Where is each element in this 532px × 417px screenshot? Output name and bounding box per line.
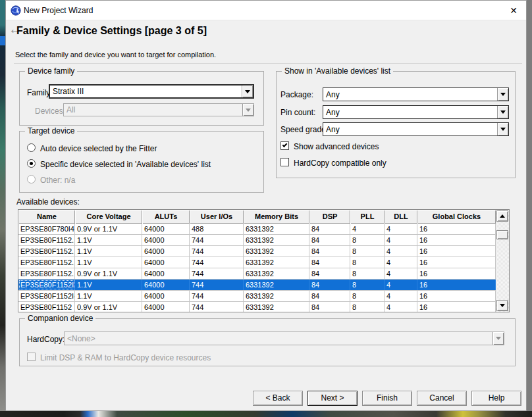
table-cell: 64000 xyxy=(142,291,190,301)
package-combo-dropdown-button[interactable] xyxy=(497,88,508,101)
table-row[interactable]: EP3SE80F11520.9V or 1.1V6400074463313928… xyxy=(18,302,496,312)
help-button[interactable]: Help xyxy=(471,391,521,406)
show-advanced-label: Show advanced devices xyxy=(294,142,379,151)
table-row[interactable]: EP3SE80F1152...1.1V640007446331392848416 xyxy=(18,257,496,268)
pin-count-combo-value: Any xyxy=(326,106,340,118)
hardcopy-combo-value: <None> xyxy=(67,332,95,345)
column-header[interactable]: Name xyxy=(18,210,75,224)
screen: New Project Wizard ✕ ← Family & Device S… xyxy=(0,0,532,417)
pin-count-combo-dropdown-button[interactable] xyxy=(497,106,508,118)
table-cell: 8 xyxy=(350,268,385,279)
show-advanced-checkbox[interactable] xyxy=(280,141,289,150)
hardcopy-only-checkbox[interactable] xyxy=(280,158,289,166)
family-combo[interactable]: Stratix III xyxy=(49,84,254,99)
column-header[interactable]: Core Voltage xyxy=(75,210,142,224)
table-cell: 4 xyxy=(385,268,417,279)
table-cell: 84 xyxy=(309,302,350,312)
chevron-down-icon xyxy=(245,90,250,93)
table-cell: 16 xyxy=(417,291,496,301)
window-title: New Project Wizard xyxy=(24,6,93,15)
table-cell: 1.1V xyxy=(75,235,142,245)
table-row[interactable]: EP3SE80F780I4L0.9V or 1.1V64000488633139… xyxy=(18,224,496,235)
table-cell: 6331392 xyxy=(244,280,309,290)
column-header[interactable]: Global Clocks xyxy=(417,210,496,224)
table-cell: EP3SE80F780I4L xyxy=(18,224,75,234)
family-combo-dropdown-button[interactable] xyxy=(242,86,253,97)
available-devices-label: Available devices: xyxy=(16,197,80,207)
table-cell: 4 xyxy=(385,224,417,234)
table-vertical-scrollbar[interactable] xyxy=(496,210,509,312)
column-header[interactable]: ALUTs xyxy=(142,210,190,224)
table-cell: 6331392 xyxy=(244,224,309,234)
table-cell: 744 xyxy=(190,280,244,290)
table-cell: 6331392 xyxy=(244,302,309,312)
scroll-down-icon xyxy=(500,304,505,307)
speed-grade-combo[interactable]: Any xyxy=(323,122,509,136)
column-header[interactable]: Memory Bits xyxy=(244,210,309,224)
package-combo-value: Any xyxy=(326,88,340,101)
speed-grade-label: Speed grade: xyxy=(280,125,328,134)
table-cell: 64000 xyxy=(142,302,190,312)
table-cell: 488 xyxy=(190,224,244,234)
speed-grade-combo-value: Any xyxy=(326,123,340,135)
scroll-thumb[interactable] xyxy=(496,230,508,239)
table-cell: 8 xyxy=(350,235,385,245)
desktop-taskbar-icon xyxy=(0,36,5,45)
table-cell: 8 xyxy=(350,257,385,268)
scroll-down-button[interactable] xyxy=(496,300,508,311)
table-row[interactable]: EP3SE80F1152...1.1V640007446331392848416 xyxy=(18,246,496,257)
table-row[interactable]: EP3SE80F1152I41.1V640007446331392848416 xyxy=(18,291,496,302)
specific-device-radio[interactable] xyxy=(27,159,36,168)
table-cell: 4 xyxy=(385,235,417,245)
pin-count-combo[interactable]: Any xyxy=(323,105,509,119)
table-cell: 744 xyxy=(190,246,244,257)
table-cell: EP3SE80F1152... xyxy=(18,257,75,268)
cancel-button[interactable]: Cancel xyxy=(417,391,467,406)
table-cell: 16 xyxy=(417,235,496,245)
column-header[interactable]: DSP xyxy=(309,210,350,224)
table-cell: 0.9V or 1.1V xyxy=(75,302,142,312)
table-cell: EP3SE80F1152... xyxy=(18,235,75,245)
titlebar[interactable]: New Project Wizard ✕ xyxy=(6,1,526,20)
table-row[interactable]: EP3SE80F1152...0.9V or 1.1V6400074463313… xyxy=(18,268,496,280)
table-row[interactable]: EP3SE80F1152...1.1V640007446331392848416 xyxy=(18,235,496,246)
table-cell: 64000 xyxy=(142,224,190,234)
table-cell: 744 xyxy=(190,291,244,301)
table-cell: 84 xyxy=(309,280,350,290)
column-header[interactable]: PLL xyxy=(350,210,385,224)
table-cell: 64000 xyxy=(142,280,190,290)
auto-device-radio[interactable] xyxy=(27,143,36,152)
finish-button[interactable]: Finish xyxy=(362,391,412,406)
table-cell: 84 xyxy=(309,224,350,234)
app-icon xyxy=(11,5,21,16)
table-cell: 16 xyxy=(417,224,496,234)
chevron-down-icon xyxy=(500,128,506,131)
radio-dot-icon xyxy=(30,162,33,165)
table-row[interactable]: EP3SE80F1152I31.1V640007446331392848416 xyxy=(18,280,496,291)
next-button[interactable]: Next > xyxy=(307,391,358,406)
show-in-legend: Show in 'Available devices' list xyxy=(282,66,393,76)
devices-combo: All xyxy=(63,103,254,116)
speed-grade-combo-dropdown-button[interactable] xyxy=(497,123,508,135)
table-cell: 16 xyxy=(417,280,496,290)
table-cell: 6331392 xyxy=(244,291,309,301)
table-cell: EP3SE80F1152I4 xyxy=(18,291,75,301)
table-cell: 84 xyxy=(309,246,350,257)
desktop-left-strip xyxy=(0,0,5,417)
table-cell: 16 xyxy=(417,246,496,257)
scroll-up-button[interactable] xyxy=(496,210,508,222)
table-header-row: NameCore VoltageALUTsUser I/OsMemory Bit… xyxy=(18,210,496,224)
table-cell: 16 xyxy=(417,257,496,268)
close-icon[interactable]: ✕ xyxy=(506,4,521,17)
chevron-down-icon xyxy=(246,109,251,112)
column-header[interactable]: User I/Os xyxy=(190,210,244,224)
back-button[interactable]: < Back xyxy=(253,391,303,406)
column-header[interactable]: DLL xyxy=(385,210,417,224)
chevron-down-icon xyxy=(496,337,501,340)
package-combo[interactable]: Any xyxy=(323,87,509,101)
desktop-bottom-strip xyxy=(0,411,532,417)
chevron-down-icon xyxy=(500,110,506,114)
table-cell: 4 xyxy=(385,246,417,257)
table-cell: 6331392 xyxy=(244,235,309,245)
table-cell: 1.1V xyxy=(75,280,142,290)
